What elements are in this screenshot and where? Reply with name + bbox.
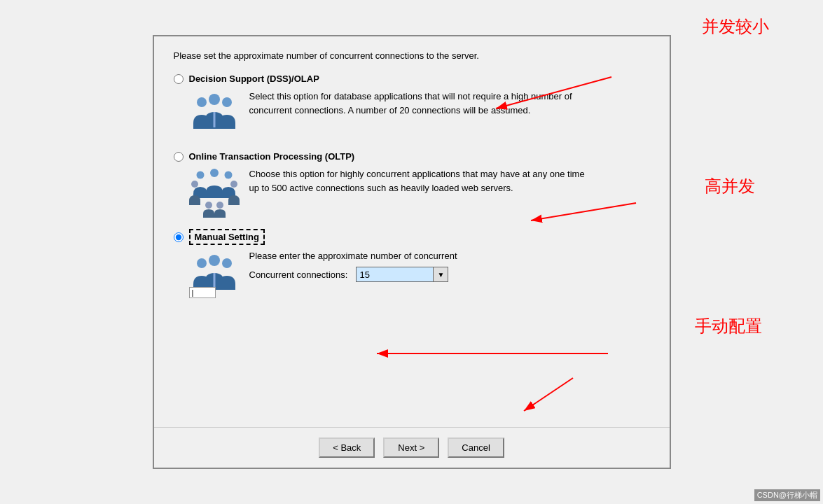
svg-point-9 [205,202,212,209]
svg-point-8 [230,181,237,188]
main-dialog: Please set the approximate number of con… [153,35,671,469]
svg-point-2 [197,97,207,107]
concurrent-select-wrapper: ▼ [356,267,448,282]
people-icon-oltp [189,167,240,218]
desc-dss: Select this option for database applicat… [249,90,586,117]
manual-desc-container: Please enter the approximate number of c… [249,251,457,282]
annotation-small-concurrency: 并发较小 [702,15,769,38]
option-manual: Manual Setting [174,229,650,301]
svg-point-10 [216,202,223,209]
radio-oltp[interactable] [174,152,184,162]
svg-point-4 [210,169,219,177]
label-oltp: Online Transaction Processing (OLTP) [189,151,355,162]
desc-manual: Please enter the approximate number of c… [249,251,457,261]
back-button[interactable]: < Back [319,438,375,458]
concurrent-input[interactable] [356,267,433,282]
manual-icon-wrapper: | [189,251,240,301]
dialog-footer: < Back Next > Cancel [154,427,670,468]
svg-point-13 [197,258,207,268]
concurrent-label: Concurrent connections: [249,270,348,280]
concurrent-dropdown-btn[interactable]: ▼ [433,267,448,282]
radio-manual[interactable] [174,232,184,242]
watermark: CSDN@行梯小帽 [754,489,820,501]
option-oltp-body: Choose this option for highly concurrent… [189,167,650,218]
cancel-button[interactable]: Cancel [448,438,504,458]
svg-point-7 [191,181,198,188]
option-manual-body: | Please enter the approximate number of… [189,251,650,301]
radio-dss[interactable] [174,74,184,84]
option-dss-body: Select this option for database applicat… [189,90,650,140]
option-dss-header: Decision Support (DSS)/OLAP [174,74,650,84]
desc-oltp: Choose this option for highly concurrent… [249,167,586,195]
svg-point-0 [209,94,220,105]
next-button[interactable]: Next > [383,438,439,458]
label-dss: Decision Support (DSS)/OLAP [189,74,319,84]
svg-point-11 [209,255,220,266]
svg-point-5 [196,172,204,179]
option-oltp: Online Transaction Processing (OLTP) [174,151,650,218]
option-dss: Decision Support (DSS)/OLAP [174,74,650,140]
dialog-content: Please set the approximate number of con… [154,36,670,427]
annotation-manual-config: 手动配置 [695,315,762,337]
intro-text: Please set the approximate number of con… [174,50,650,61]
option-manual-header: Manual Setting [174,229,650,245]
concurrent-row: Concurrent connections: ▼ [249,267,457,282]
manual-count-overlay: | [189,287,216,298]
option-oltp-header: Online Transaction Processing (OLTP) [174,151,650,162]
people-icon-dss [189,90,240,140]
label-manual: Manual Setting [189,229,265,245]
svg-point-3 [222,97,232,107]
svg-point-14 [222,258,232,268]
annotation-high-concurrency: 高并发 [705,175,755,197]
svg-point-6 [224,172,232,179]
